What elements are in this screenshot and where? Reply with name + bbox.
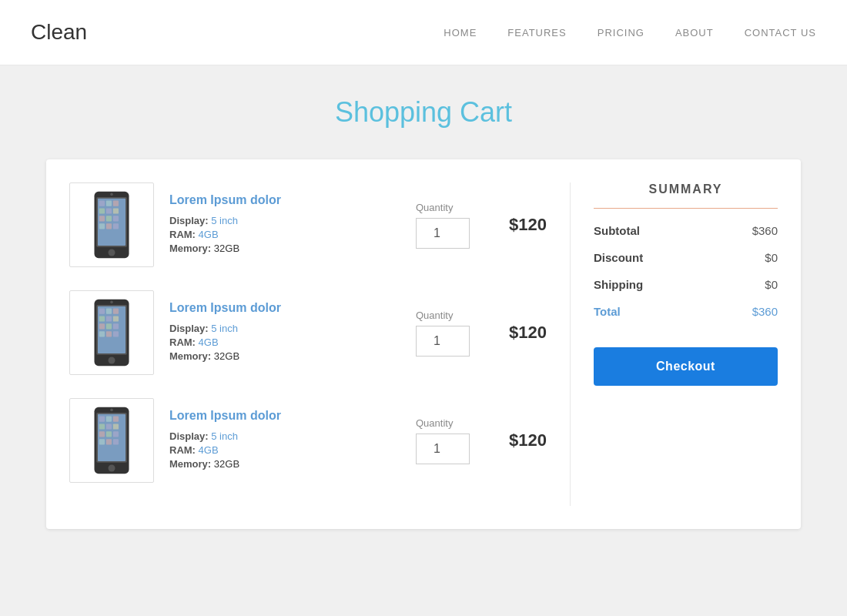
summary-shipping-row: Shipping $0 — [594, 278, 778, 291]
svg-rect-41 — [106, 424, 112, 429]
nav-pricing[interactable]: PRICING — [598, 27, 644, 38]
svg-rect-23 — [99, 316, 105, 321]
total-value: $360 — [752, 305, 778, 318]
total-label: Total — [594, 305, 621, 318]
item-memory-2: Memory: 32GB — [169, 350, 400, 362]
svg-rect-10 — [106, 216, 112, 221]
svg-rect-42 — [113, 424, 119, 429]
svg-rect-13 — [106, 223, 112, 229]
item-price-3: $120 — [500, 430, 547, 450]
item-display-2: Display: 5 inch — [169, 323, 400, 334]
svg-rect-30 — [106, 331, 112, 336]
item-quantity-box-2: Quantity — [416, 310, 470, 357]
svg-rect-20 — [99, 309, 105, 314]
svg-rect-25 — [113, 316, 119, 321]
svg-rect-38 — [106, 417, 112, 422]
logo: Clean — [31, 20, 87, 45]
svg-point-15 — [109, 249, 116, 256]
summary-title: SUMMARY — [594, 182, 778, 196]
svg-rect-8 — [113, 208, 119, 213]
nav-about[interactable]: ABOUT — [675, 27, 714, 38]
quantity-label-1: Quantity — [416, 202, 453, 213]
item-price-2: $120 — [500, 323, 547, 343]
item-quantity-box-3: Quantity — [416, 417, 470, 464]
phone-icon-2 — [89, 298, 135, 367]
svg-rect-43 — [99, 431, 105, 437]
svg-rect-29 — [99, 331, 105, 336]
nav: HOME FEATURES PRICING ABOUT CONTACT US — [444, 27, 816, 38]
item-name-3: Lorem Ipsum dolor — [169, 409, 400, 423]
svg-rect-27 — [106, 323, 112, 329]
item-details-2: Lorem Ipsum dolor Display: 5 inch RAM: 4… — [169, 301, 400, 364]
svg-rect-40 — [99, 424, 105, 429]
cart-item-3: Lorem Ipsum dolor Display: 5 inch RAM: 4… — [69, 398, 547, 483]
item-ram-1: RAM: 4GB — [169, 229, 400, 240]
svg-rect-31 — [113, 331, 119, 336]
svg-rect-26 — [99, 323, 105, 329]
item-memory-3: Memory: 32GB — [169, 458, 400, 470]
svg-rect-5 — [113, 201, 119, 206]
item-display-3: Display: 5 inch — [169, 430, 400, 442]
svg-rect-37 — [99, 417, 105, 422]
svg-point-49 — [109, 465, 116, 472]
header: Clean HOME FEATURES PRICING ABOUT CONTAC… — [0, 0, 847, 65]
page-title: Shopping Cart — [46, 96, 801, 129]
svg-rect-39 — [113, 417, 119, 422]
item-details-1: Lorem Ipsum dolor Display: 5 inch RAM: 4… — [169, 193, 400, 256]
svg-rect-47 — [106, 439, 112, 444]
item-name-2: Lorem Ipsum dolor — [169, 301, 400, 315]
svg-rect-3 — [99, 201, 105, 206]
item-memory-1: Memory: 32GB — [169, 243, 400, 254]
quantity-input-2[interactable] — [416, 326, 470, 357]
cart-summary: SUMMARY Subtotal $360 Discount $0 Shippi… — [570, 182, 778, 506]
subtotal-value: $360 — [752, 224, 778, 237]
subtotal-label: Subtotal — [594, 224, 640, 237]
svg-point-16 — [110, 193, 113, 196]
svg-rect-24 — [106, 316, 112, 321]
svg-point-50 — [110, 409, 113, 412]
discount-value: $0 — [765, 251, 778, 264]
nav-features[interactable]: FEATURES — [507, 27, 566, 38]
cart-item-2: Lorem Ipsum dolor Display: 5 inch RAM: 4… — [69, 290, 547, 375]
item-price-1: $120 — [500, 215, 547, 235]
svg-point-32 — [109, 357, 116, 364]
item-ram-2: RAM: 4GB — [169, 336, 400, 348]
svg-rect-28 — [113, 323, 119, 329]
cart-items: Lorem Ipsum dolor Display: 5 inch RAM: 4… — [69, 182, 570, 506]
item-name-1: Lorem Ipsum dolor — [169, 193, 400, 207]
svg-rect-11 — [113, 216, 119, 221]
item-image-1 — [69, 182, 154, 267]
item-image-3 — [69, 398, 154, 483]
svg-rect-21 — [106, 309, 112, 314]
item-details-3: Lorem Ipsum dolor Display: 5 inch RAM: 4… — [169, 409, 400, 472]
nav-home[interactable]: HOME — [444, 27, 477, 38]
svg-rect-45 — [113, 431, 119, 437]
summary-total-row: Total $360 — [594, 305, 778, 318]
cart-container: Lorem Ipsum dolor Display: 5 inch RAM: 4… — [46, 159, 801, 529]
summary-divider — [594, 208, 778, 209]
svg-rect-48 — [113, 439, 119, 444]
item-display-1: Display: 5 inch — [169, 215, 400, 226]
summary-discount-row: Discount $0 — [594, 251, 778, 264]
quantity-label-3: Quantity — [416, 417, 453, 429]
quantity-label-2: Quantity — [416, 310, 453, 321]
phone-icon-1 — [89, 190, 135, 259]
checkout-button[interactable]: Checkout — [594, 347, 778, 386]
shipping-value: $0 — [765, 278, 778, 291]
svg-rect-7 — [106, 208, 112, 213]
discount-label: Discount — [594, 251, 643, 264]
nav-contact[interactable]: CONTACT US — [745, 27, 816, 38]
svg-rect-14 — [113, 223, 119, 229]
summary-subtotal-row: Subtotal $360 — [594, 224, 778, 237]
quantity-input-3[interactable] — [416, 434, 470, 464]
svg-rect-9 — [99, 216, 105, 221]
quantity-input-1[interactable] — [416, 218, 470, 249]
main-content: Shopping Cart — [0, 65, 847, 560]
item-ram-3: RAM: 4GB — [169, 444, 400, 456]
svg-point-33 — [110, 301, 113, 304]
svg-rect-4 — [106, 201, 112, 206]
svg-rect-44 — [106, 431, 112, 437]
cart-item-1: Lorem Ipsum dolor Display: 5 inch RAM: 4… — [69, 182, 547, 267]
item-quantity-box-1: Quantity — [416, 202, 470, 249]
shipping-label: Shipping — [594, 278, 643, 291]
